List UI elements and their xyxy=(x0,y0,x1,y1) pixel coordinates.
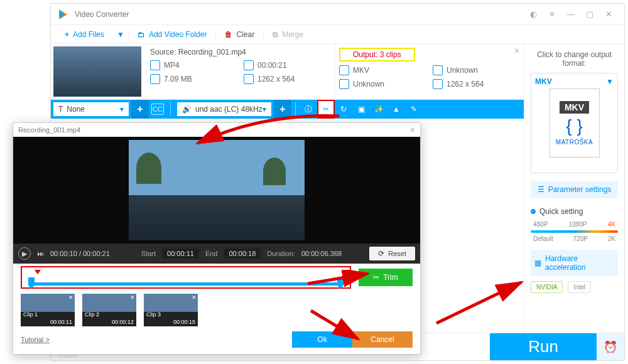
clip-name: Clip 1 xyxy=(23,311,38,318)
duration-label: Duration: xyxy=(267,250,295,257)
add-subtitle-button[interactable]: + xyxy=(131,100,149,119)
cancel-button[interactable]: Cancel xyxy=(352,331,413,348)
audio-value: und aac (LC) 48kHz xyxy=(195,105,263,114)
output-clips-badge: Output: 3 clips xyxy=(339,48,415,62)
format-icon xyxy=(339,65,349,75)
range-end-handle[interactable] xyxy=(337,277,344,289)
end-time-input[interactable]: 00:00:18 xyxy=(224,249,261,259)
trim-button-label: Trim xyxy=(383,273,398,282)
audio-select[interactable]: 🔊 und aac (LC) 48kHz ▾ xyxy=(177,102,271,116)
add-files-dropdown[interactable]: ▼ xyxy=(113,25,128,43)
size-icon xyxy=(150,74,160,84)
trim-dialog-titlebar: Recording_001.mp4 ✕ xyxy=(13,123,420,137)
subtitle-icon: T xyxy=(58,105,63,114)
format-card[interactable]: MKV▼ MKV { } MATROŠKA xyxy=(531,73,618,173)
trim-dialog-title: Recording_001.mp4 xyxy=(18,126,80,134)
reset-label: Reset xyxy=(388,250,406,257)
clear-label: Clear xyxy=(236,30,254,39)
hardware-accel-label: Hardware acceleration xyxy=(545,254,614,272)
format-logo-text: MKV xyxy=(560,101,589,114)
remove-clip-icon[interactable]: ✕ xyxy=(130,294,135,301)
source-filename: Recording_001.mp4 xyxy=(178,48,246,56)
add-folder-button[interactable]: 🗀Add Video Folder xyxy=(129,25,216,43)
playhead-marker[interactable] xyxy=(35,270,41,274)
slider-tick: 480P xyxy=(533,221,548,228)
cc-button[interactable]: CC xyxy=(151,104,164,115)
output-resolution: 1262 x 564 xyxy=(447,80,484,88)
chevron-down-icon[interactable]: ▼ xyxy=(606,77,614,86)
start-time-input[interactable]: 00:00:11 xyxy=(162,249,199,259)
input-size: 7.09 MB xyxy=(164,75,192,83)
minimize-icon[interactable]: — xyxy=(561,9,580,19)
range-start-handle[interactable] xyxy=(28,277,35,289)
scissors-icon: ✂ xyxy=(373,273,379,282)
step-forward-button[interactable]: ⏭ xyxy=(37,250,44,257)
effects-icon[interactable]: ✨ xyxy=(370,100,387,119)
app-logo-icon xyxy=(57,8,70,21)
preview-frame xyxy=(129,140,305,240)
input-format: MP4 xyxy=(164,61,180,70)
skin-icon[interactable]: ◐ xyxy=(524,9,543,19)
format-logo: MKV { } MATROŠKA xyxy=(550,88,600,158)
clip-thumb[interactable]: ✕ Clip 3 00:00:15 xyxy=(144,294,198,326)
remove-clip-icon[interactable]: ✕ xyxy=(68,294,73,301)
run-button[interactable]: Run xyxy=(490,333,597,360)
resolution-icon xyxy=(244,74,254,84)
watermark-icon[interactable]: ▲ xyxy=(387,100,405,119)
size-icon xyxy=(339,79,349,89)
change-format-label: Click to change output format: xyxy=(531,50,618,68)
parameter-settings-button[interactable]: ☰Parameter settings xyxy=(531,181,618,198)
ok-button[interactable]: Ok xyxy=(292,331,352,348)
remove-clip-icon[interactable]: ✕ xyxy=(192,294,197,301)
close-icon[interactable]: ✕ xyxy=(409,126,415,134)
plus-icon: + xyxy=(65,30,69,39)
preview-area xyxy=(13,137,420,244)
clock-icon xyxy=(244,60,254,70)
speaker-icon: 🔊 xyxy=(182,105,192,114)
playback-controls: ▶ ⏭ 00:00:10 / 00:00:21 Start 00:00:11 E… xyxy=(13,244,420,264)
menu-icon[interactable]: ≡ xyxy=(543,9,561,19)
clips-row: ✕ Clip 1 00:00:11 ✕ Clip 2 00:00:12 ✕ Cl… xyxy=(13,291,420,329)
file-row[interactable]: Source: Recording_001.mp4 MP4 00:00:21 7… xyxy=(51,44,524,100)
add-files-button[interactable]: +Add Files xyxy=(56,25,113,43)
format-brand: MATROŠKA xyxy=(556,139,593,146)
close-icon[interactable]: ✕ xyxy=(599,9,618,19)
playhead-time: 00:00:10 xyxy=(50,250,77,257)
clip-thumb[interactable]: ✕ Clip 1 00:00:11 xyxy=(21,294,75,326)
quality-slider[interactable]: 480P 1080P 4K Default 720P 2K xyxy=(531,221,618,242)
crop-icon[interactable]: ▣ xyxy=(352,100,370,119)
quick-setting-label: Quick setting xyxy=(531,207,618,216)
merge-button[interactable]: ⧉Merge xyxy=(264,25,312,43)
run-label: Run xyxy=(528,337,558,356)
trim-button[interactable]: ✂Trim xyxy=(359,269,413,286)
add-audio-button[interactable]: + xyxy=(274,100,291,119)
source-label: Source: xyxy=(150,48,176,56)
hw-vendors: NVIDIA Intel xyxy=(531,281,618,293)
edit-icon[interactable]: ✎ xyxy=(405,100,423,119)
info-icon[interactable]: ⓘ xyxy=(300,100,317,119)
remove-file-icon[interactable]: ✕ xyxy=(514,46,520,55)
trim-icon[interactable]: ✂ xyxy=(317,100,335,119)
nvidia-badge: NVIDIA xyxy=(531,281,563,293)
file-thumbnail[interactable] xyxy=(53,46,141,97)
schedule-button[interactable]: ⏰ xyxy=(597,333,624,360)
rotate-icon[interactable]: ↻ xyxy=(335,100,352,119)
reset-button[interactable]: ⟳Reset xyxy=(369,247,415,260)
clip-duration: 00:00:11 xyxy=(50,319,72,325)
tutorial-link[interactable]: Tutorial > xyxy=(21,336,50,343)
trim-range[interactable] xyxy=(21,266,351,289)
subtitle-select[interactable]: T None ▾ xyxy=(53,102,129,116)
add-files-label: Add Files xyxy=(73,30,104,39)
total-time: 00:00:21 xyxy=(83,250,110,257)
hardware-accel-button[interactable]: ▦Hardware acceleration xyxy=(531,250,618,276)
clip-thumb[interactable]: ✕ Clip 2 00:00:12 xyxy=(82,294,136,326)
play-button[interactable]: ▶ xyxy=(18,247,31,260)
add-folder-label: Add Video Folder xyxy=(149,30,207,39)
slider-tick: 1080P xyxy=(569,221,587,228)
clear-button[interactable]: 🗑Clear xyxy=(216,25,263,43)
parameter-settings-label: Parameter settings xyxy=(548,185,612,194)
output-duration: Unknown xyxy=(447,66,478,75)
range-track xyxy=(31,282,341,286)
maximize-icon[interactable]: ▢ xyxy=(580,9,599,19)
trim-dialog: Recording_001.mp4 ✕ ▶ ⏭ 00:00:10 / 00:00… xyxy=(13,122,421,355)
